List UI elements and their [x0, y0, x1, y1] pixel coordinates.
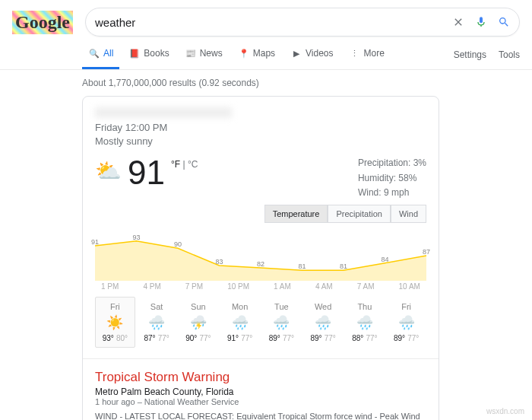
news-icon: 📰	[185, 47, 197, 59]
all-icon: 🔍	[88, 47, 100, 59]
google-logo[interactable]: Google	[12, 11, 73, 34]
chart-point-label: 81	[340, 262, 347, 270]
chart-point-label: 84	[381, 256, 388, 263]
chart-point-label: 91	[91, 238, 99, 246]
tab-wind[interactable]: Wind	[391, 205, 426, 223]
humidity-value: Humidity: 58%	[358, 171, 426, 186]
hour-axis: 1 PM4 PM7 PM10 PM1 AM4 AM7 AM10 AM	[95, 281, 426, 297]
weather-time: Friday 12:00 PM	[95, 121, 426, 135]
maps-icon: 📍	[238, 47, 250, 59]
weather-icon: ⛈️	[181, 314, 217, 331]
weather-icon: 🌧️	[222, 314, 258, 331]
wind-value: Wind: 9 mph	[358, 186, 426, 200]
forecast-day[interactable]: Tue🌧️89°77°	[261, 297, 302, 348]
tab-news[interactable]: 📰News	[179, 40, 229, 69]
alert-location: Metro Palm Beach County, Florida	[95, 387, 426, 397]
forecast-day[interactable]: Mon🌧️91°77°	[220, 297, 260, 348]
forecast-day[interactable]: Fri🌧️89°77°	[386, 297, 426, 348]
alert-title: Tropical Storm Warning	[95, 370, 426, 385]
tab-books[interactable]: 📕Books	[122, 40, 175, 69]
weather-icon: 🌧️	[139, 314, 175, 331]
settings-link[interactable]: Settings	[454, 49, 486, 60]
tab-all[interactable]: 🔍All	[82, 40, 119, 69]
unit-toggle[interactable]: °F | °C	[171, 159, 198, 170]
weather-condition: Mostly sunny	[95, 135, 426, 148]
hour-label: 10 PM	[227, 282, 249, 291]
search-input[interactable]	[95, 16, 452, 29]
tab-more[interactable]: ⋮More	[343, 40, 391, 69]
more-icon: ⋮	[349, 47, 361, 59]
chart-point-label: 93	[132, 234, 140, 241]
tab-maps[interactable]: 📍Maps	[232, 40, 281, 69]
weather-alert[interactable]: Tropical Storm Warning Metro Palm Beach …	[95, 370, 426, 420]
chart-point-label: 90	[174, 240, 182, 248]
books-icon: 📕	[128, 47, 141, 59]
mic-icon[interactable]	[475, 16, 487, 28]
watermark: wsxdn.com	[486, 407, 524, 415]
forecast-day[interactable]: Thu🌧️88°77°	[345, 297, 385, 348]
hour-label: 10 AM	[399, 282, 420, 291]
hour-label: 4 AM	[315, 282, 333, 291]
hourly-chart[interactable]: 919390838281818487	[95, 228, 426, 281]
hour-label: 7 PM	[185, 282, 203, 291]
hour-label: 1 AM	[274, 282, 291, 291]
chart-point-label: 87	[423, 248, 430, 256]
sun-cloud-icon: ⛅	[95, 161, 122, 182]
chart-point-label: 82	[257, 260, 264, 268]
hour-label: 1 PM	[101, 282, 119, 291]
weather-card: Friday 12:00 PM Mostly sunny ⛅ 91 °F | °…	[82, 96, 439, 420]
tab-precipitation[interactable]: Precipitation	[328, 205, 391, 223]
precipitation-value: Precipitation: 3%	[358, 156, 426, 170]
current-temp: 91	[128, 156, 165, 189]
forecast-day[interactable]: Sun⛈️90°77°	[179, 297, 219, 348]
alert-meta: 1 hour ago – National Weather Service	[95, 397, 426, 406]
forecast-day[interactable]: Fri☀️93°80°	[95, 297, 135, 348]
weather-icon: 🌧️	[306, 314, 341, 331]
tools-link[interactable]: Tools	[499, 49, 520, 60]
videos-icon: ▶	[290, 47, 302, 59]
weather-icon: 🌧️	[264, 314, 299, 331]
tab-temperature[interactable]: Temperature	[264, 205, 328, 223]
hour-label: 4 PM	[143, 282, 160, 291]
forecast-row: Fri☀️93°80°Sat🌧️87°77°Sun⛈️90°77°Mon🌧️91…	[95, 297, 426, 348]
clear-icon[interactable]	[452, 16, 464, 28]
search-tabs: 🔍All📕Books📰News📍Maps▶Videos⋮More	[82, 40, 391, 69]
location-redacted	[95, 107, 232, 118]
forecast-day[interactable]: Wed🌧️89°77°	[303, 297, 344, 348]
chart-point-label: 81	[298, 262, 306, 270]
forecast-day[interactable]: Sat🌧️87°77°	[137, 297, 177, 348]
tab-videos[interactable]: ▶Videos	[284, 40, 339, 69]
weather-icon: 🌧️	[347, 314, 383, 331]
result-stats: About 1,770,000,000 results (0.92 second…	[82, 78, 520, 88]
weather-icon: 🌧️	[388, 314, 424, 331]
chart-point-label: 83	[215, 258, 223, 266]
weather-icon: ☀️	[97, 314, 133, 331]
search-icon[interactable]	[498, 16, 510, 28]
search-bar[interactable]	[85, 8, 520, 37]
alert-body: WIND - LATEST LOCAL FORECAST: Equivalent…	[95, 411, 426, 420]
hour-label: 7 AM	[357, 282, 375, 291]
